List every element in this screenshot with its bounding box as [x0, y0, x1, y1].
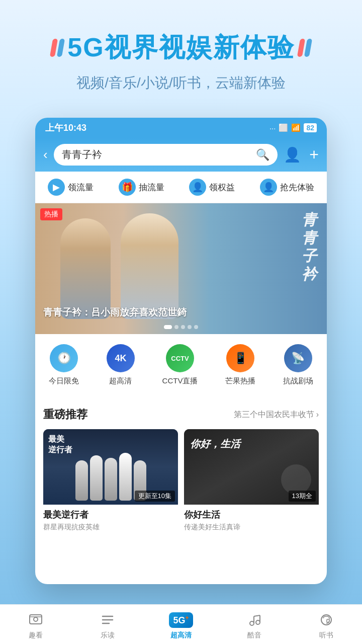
svg-point-7: [256, 620, 260, 624]
search-input-text: 青青子衿: [62, 148, 252, 162]
bottom-padding: [35, 544, 327, 584]
quanyi-label: 领权益: [209, 182, 235, 193]
quick-action-tiyan[interactable]: 👤 抢先体验: [260, 179, 314, 196]
quick-action-chouliuliang[interactable]: 🎁 抽流量: [119, 179, 164, 196]
recommend-section: 重磅推荐 第三个中国农民丰收节 ›: [35, 399, 327, 544]
cat-icon-4k: 4K: [107, 344, 135, 372]
qukan-icon: [27, 611, 45, 629]
phone-mockup: 上午10:43 ··· ⬜ 📶 82 ‹ 青青子衿 🔍 👤 + ▶ 领流量 🎁 …: [35, 118, 327, 584]
5g-icon: 5G+: [172, 611, 190, 629]
cat-icon-free: 🕐: [50, 344, 78, 372]
cat-label-free: 今日限免: [49, 376, 79, 386]
deco-right: [299, 39, 311, 57]
deco-slash-red-2: [297, 39, 305, 57]
banner-dot-3: [181, 325, 185, 329]
hero-title-text: 5G视界视娱新体验: [67, 30, 294, 65]
free-icon: 🕐: [57, 352, 71, 365]
card2-title: 你好生活: [184, 509, 319, 521]
hero-subtitle: 视频/音乐/小说/听书，云端新体验: [20, 73, 342, 93]
search-icon[interactable]: 🔍: [256, 148, 269, 162]
nav-item-tingshu[interactable]: 听书: [317, 611, 335, 640]
character-male: [121, 213, 178, 319]
category-mango[interactable]: 📱 芒果热播: [225, 344, 255, 386]
card1-desc: 群星再现抗疫英雄: [43, 523, 178, 532]
banner-hot-badge: 热播: [40, 208, 62, 220]
nav-label-5g: 超高清: [170, 631, 192, 640]
quick-actions-bar: ▶ 领流量 🎁 抽流量 👤 领权益 👤 抢先体验: [35, 172, 327, 203]
card1-thumb: 最美逆行者 更新至10集: [43, 429, 178, 505]
nav-label-lyuedu: 乐读: [101, 631, 115, 640]
card2-badge: 13期全: [289, 491, 316, 502]
cat-icon-mango: 📱: [226, 344, 254, 372]
liuliang-label: 领流量: [68, 182, 94, 193]
svg-point-1: [34, 617, 38, 621]
kuyyin-icon: [245, 611, 263, 629]
bottom-nav: 趣看 乐读 5G+ 超高清 酷音: [0, 604, 362, 644]
quick-action-quanyi[interactable]: 👤 领权益: [189, 179, 235, 196]
chouliuliang-label: 抽流量: [139, 182, 164, 193]
section-more-label: 第三个中国农民丰收节: [234, 410, 314, 420]
section-more-btn[interactable]: 第三个中国农民丰收节 ›: [234, 410, 319, 420]
category-war[interactable]: 📡 抗战剧场: [283, 344, 313, 386]
svg-rect-0: [30, 615, 42, 624]
character-female: [60, 218, 111, 319]
screen-icon: ⬜: [279, 123, 288, 132]
search-actions: 👤 +: [284, 145, 319, 164]
category-cctv[interactable]: CCTV CCTV直播: [162, 344, 198, 386]
card2-thumb: 你好，生活 13期全: [184, 429, 319, 505]
chouliuliang-icon: 🎁: [119, 179, 136, 196]
deco-slash-blue-2: [304, 39, 312, 57]
svg-line-10: [254, 615, 260, 616]
search-input-wrap[interactable]: 青青子衿 🔍: [54, 144, 278, 166]
tiyan-label: 抢先体验: [280, 182, 314, 193]
cat-label-war: 抗战剧场: [283, 376, 313, 386]
deco-slash-blue-1: [57, 39, 65, 57]
banner[interactable]: 青青子衿 热播 青青子衿：吕小雨放弃喜欢范世錡: [35, 203, 327, 334]
add-icon[interactable]: +: [309, 145, 319, 164]
tingshu-icon: [317, 611, 335, 629]
deco-left: [51, 39, 63, 57]
cat-label-4k: 超高清: [109, 376, 132, 386]
nav-item-qukan[interactable]: 趣看: [27, 611, 45, 640]
nav-item-5g[interactable]: 5G+ 超高清: [170, 611, 192, 640]
status-time: 上午10:43: [45, 122, 86, 134]
lyuedu-icon: [99, 611, 117, 629]
user-icon[interactable]: 👤: [284, 146, 301, 163]
back-button[interactable]: ‹: [43, 147, 48, 163]
card2-info: 你好生活 传递美好生活真谛: [184, 505, 319, 536]
banner-dot-4: [188, 325, 192, 329]
cat-icon-war: 📡: [284, 344, 312, 372]
status-bar: 上午10:43 ··· ⬜ 📶 82: [35, 118, 327, 138]
tiyan-icon: 👤: [260, 179, 277, 196]
content-card-1[interactable]: 最美逆行者 更新至10集 最美逆行者 群星再现抗疫英雄: [43, 429, 178, 536]
banner-dot-5: [194, 325, 198, 329]
hero-section: 5G视界视娱新体验 视频/音乐/小说/听书，云端新体验: [0, 0, 362, 103]
ellipsis-icon: ···: [269, 124, 276, 132]
wifi-icon: 📶: [291, 123, 301, 132]
nav-label-kuyyin: 酷音: [247, 631, 261, 640]
nav-item-lyuedu[interactable]: 乐读: [99, 611, 117, 640]
quick-action-liuliang[interactable]: ▶ 领流量: [48, 179, 94, 196]
category-free[interactable]: 🕐 今日限免: [49, 344, 79, 386]
liuliang-icon: ▶: [48, 179, 65, 196]
quanyi-icon: 👤: [189, 179, 206, 196]
battery-level: 82: [304, 123, 317, 132]
category-4k[interactable]: 4K 超高清: [107, 344, 135, 386]
content-card-2[interactable]: 你好，生活 13期全 你好生活 传递美好生活真谛: [184, 429, 319, 536]
card2-desc: 传递美好生活真谛: [184, 523, 319, 532]
section-header: 重磅推荐 第三个中国农民丰收节 ›: [43, 407, 319, 422]
banner-title-overlay: 青青子衿: [302, 211, 317, 283]
categories-row: 🕐 今日限免 4K 超高清 CCTV CCTV直播 📱 芒果热播 📡 抗战剧场: [35, 334, 327, 394]
nav-item-kuyyin[interactable]: 酷音: [245, 611, 263, 640]
status-icons: ··· ⬜ 📶 82: [269, 123, 317, 132]
banner-dots: [164, 325, 198, 329]
cat-label-cctv: CCTV直播: [162, 376, 198, 386]
card1-badge: 更新至10集: [135, 491, 175, 502]
section-title: 重磅推荐: [43, 407, 87, 422]
hero-title: 5G视界视娱新体验: [20, 30, 342, 65]
search-bar: ‹ 青青子衿 🔍 👤 +: [35, 138, 327, 172]
cat-icon-cctv: CCTV: [166, 344, 194, 372]
cctv-icon: CCTV: [171, 355, 189, 362]
cat-label-mango: 芒果热播: [225, 376, 255, 386]
banner-title: 青青子衿：吕小雨放弃喜欢范世錡: [43, 306, 187, 319]
